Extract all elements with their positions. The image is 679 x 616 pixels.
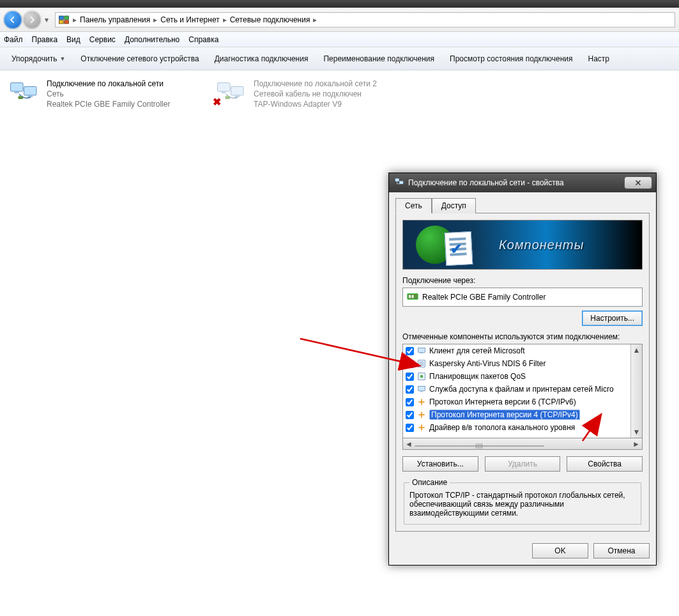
- scroll-up-icon[interactable]: ▲: [631, 344, 642, 356]
- component-checkbox[interactable]: [406, 385, 414, 394]
- nic-icon: [407, 292, 418, 303]
- svg-rect-2: [59, 20, 64, 23]
- breadcrumb[interactable]: ▸ Панель управления ▸ Сеть и Интернет ▸ …: [55, 12, 675, 27]
- component-row[interactable]: Kaspersky Anti-Virus NDIS 6 Filter: [403, 357, 630, 370]
- vertical-scrollbar[interactable]: ▲ ▼: [630, 344, 642, 438]
- nav-history-dropdown[interactable]: ▾: [42, 11, 51, 29]
- connect-via-label: Подключение через:: [402, 276, 643, 285]
- components-listbox[interactable]: Клиент для сетей Microsoft Kaspersky Ant…: [402, 344, 643, 438]
- crumb-network-internet[interactable]: Сеть и Интернет: [160, 15, 219, 24]
- dialog-titlebar[interactable]: Подключение по локальной сети - свойства: [389, 173, 656, 192]
- protocol-icon: [416, 410, 427, 420]
- toolbar-diagnose[interactable]: Диагностика подключения: [207, 47, 316, 70]
- svg-rect-9: [218, 83, 231, 92]
- dialog-title: Подключение по локальной сети - свойства: [408, 178, 620, 187]
- adapter-lan-1[interactable]: Подключение по локальной сети Сеть Realt…: [6, 75, 198, 113]
- component-checkbox[interactable]: [406, 347, 414, 355]
- components-used-label: Отмеченные компоненты используются этим …: [402, 332, 643, 341]
- nav-back-button[interactable]: [4, 11, 22, 29]
- component-label: Клиент для сетей Microsoft: [429, 346, 525, 355]
- toolbar-organize[interactable]: Упорядочить▼: [4, 47, 73, 70]
- component-row[interactable]: Планировщик пакетов QoS: [403, 370, 630, 383]
- toolbar-more[interactable]: Настр: [581, 47, 618, 70]
- tab-access[interactable]: Доступ: [432, 198, 476, 213]
- component-row[interactable]: Служба доступа к файлам и принтерам сете…: [403, 383, 630, 396]
- configure-button[interactable]: Настроить...: [582, 311, 643, 326]
- tab-network[interactable]: Сеть: [395, 198, 432, 213]
- toolbar-disable-device[interactable]: Отключение сетевого устройства: [73, 47, 206, 70]
- component-row[interactable]: Протокол Интернета версии 6 (TCP/IPv6): [403, 396, 630, 408]
- svg-point-23: [420, 375, 423, 378]
- filter-icon: [416, 358, 427, 369]
- adapter-device: TAP-Windows Adapter V9: [254, 99, 377, 109]
- component-checkbox[interactable]: [406, 398, 414, 406]
- toolbar-view-status[interactable]: Просмотр состояния подключения: [442, 47, 580, 70]
- svg-rect-24: [418, 386, 425, 390]
- svg-rect-5: [15, 91, 20, 93]
- svg-rect-14: [395, 178, 399, 181]
- network-adapter-icon: [10, 79, 40, 104]
- horizontal-scrollbar[interactable]: ◄ ►: [402, 438, 643, 450]
- component-checkbox[interactable]: [406, 373, 414, 381]
- dialog-tabs: Сеть Доступ: [395, 197, 650, 213]
- component-row-selected[interactable]: Протокол Интернета версии 4 (TCP/IPv4): [403, 408, 630, 421]
- menu-file[interactable]: Файл: [4, 35, 23, 44]
- nav-forward-button[interactable]: [23, 11, 41, 29]
- scroll-down-icon[interactable]: ▼: [631, 426, 642, 438]
- component-checkbox[interactable]: [406, 424, 414, 432]
- adapter-status: Сеть: [47, 89, 170, 99]
- crumb-control-panel[interactable]: Панель управления: [80, 15, 150, 24]
- navigation-bar: ▾ ▸ Панель управления ▸ Сеть и Интернет …: [0, 8, 679, 32]
- chevron-right-icon: ▸: [72, 15, 77, 24]
- component-row[interactable]: Клиент для сетей Microsoft: [403, 344, 630, 357]
- svg-rect-17: [409, 295, 411, 298]
- component-checkbox[interactable]: [406, 411, 414, 419]
- adapter-name: Подключение по локальной сети 2: [254, 79, 377, 89]
- cancel-button[interactable]: Отмена: [593, 543, 650, 558]
- protocol-icon: [416, 397, 427, 407]
- menu-edit[interactable]: Правка: [32, 35, 58, 44]
- crumb-network-connections[interactable]: Сетевые подключения: [230, 15, 310, 24]
- menu-advanced[interactable]: Дополнительно: [125, 35, 179, 44]
- component-label: Планировщик пакетов QoS: [429, 372, 526, 381]
- svg-point-27: [420, 413, 423, 416]
- svg-rect-1: [65, 16, 69, 19]
- banner-text: Компоненты: [499, 238, 584, 252]
- remove-button: Удалить: [485, 456, 561, 472]
- svg-rect-25: [420, 390, 423, 392]
- chevron-right-icon: ▸: [222, 15, 227, 24]
- qos-icon: [416, 371, 427, 381]
- scroll-right-icon[interactable]: ►: [630, 440, 642, 449]
- network-adapter-disconnected-icon: ✖: [217, 79, 247, 104]
- adapter-lan-2[interactable]: ✖ Подключение по локальной сети 2 Сетево…: [213, 75, 405, 113]
- svg-rect-4: [11, 83, 24, 92]
- ok-button[interactable]: OK: [532, 543, 588, 558]
- component-label: Протокол Интернета версии 6 (TCP/IPv6): [429, 397, 576, 406]
- description-group: Описание Протокол TCP/IP - стандартный п…: [404, 478, 641, 525]
- menu-help[interactable]: Справка: [188, 35, 218, 44]
- scroll-left-icon[interactable]: ◄: [403, 440, 415, 449]
- chevron-right-icon: ▸: [312, 15, 317, 24]
- adapter-device: Realtek PCIe GBE Family Controller: [47, 99, 170, 109]
- svg-rect-20: [420, 352, 423, 353]
- svg-rect-6: [24, 87, 37, 96]
- svg-rect-3: [65, 20, 69, 23]
- connection-properties-dialog: Подключение по локальной сети - свойства…: [388, 173, 657, 566]
- menu-tools[interactable]: Сервис: [89, 35, 116, 44]
- component-label: Kaspersky Anti-Virus NDIS 6 Filter: [429, 359, 546, 368]
- content-area: Подключение по локальной сети Сеть Realt…: [0, 70, 679, 613]
- install-button[interactable]: Установить...: [402, 456, 478, 472]
- toolbar-rename[interactable]: Переименование подключения: [316, 47, 442, 70]
- component-label: Служба доступа к файлам и принтерам сете…: [429, 385, 614, 394]
- control-panel-icon: [58, 14, 70, 26]
- component-row[interactable]: Драйвер в/в тополога канального уровня: [403, 421, 630, 434]
- window-chrome-strip: [0, 0, 679, 8]
- menu-view[interactable]: Вид: [66, 35, 80, 44]
- description-text: Протокол TCP/IP - стандартный протокол г…: [409, 491, 636, 518]
- properties-button[interactable]: Свойства: [567, 456, 643, 472]
- svg-point-28: [420, 426, 423, 429]
- device-field[interactable]: Realtek PCIe GBE Family Controller: [402, 288, 643, 307]
- dialog-close-button[interactable]: [624, 176, 652, 189]
- adapter-name: Подключение по локальной сети: [47, 79, 170, 89]
- component-checkbox[interactable]: [406, 360, 414, 368]
